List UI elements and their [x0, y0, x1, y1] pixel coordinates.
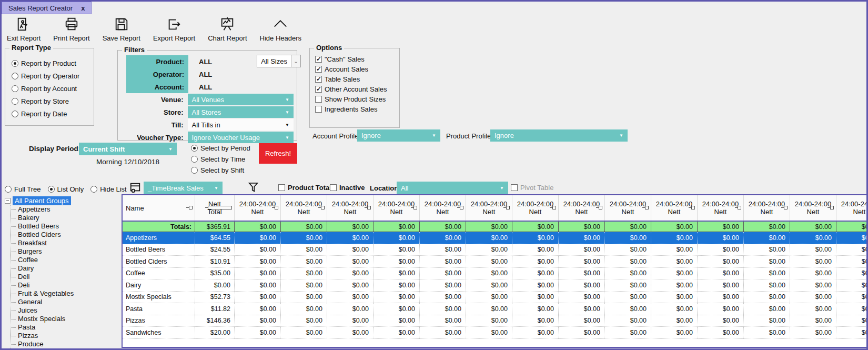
- table-row[interactable]: Coffee$35.00$0.00$0.00$0.00$0.00$0.00$0.…: [123, 268, 868, 280]
- row-period-cell[interactable]: $0.00: [651, 268, 698, 279]
- table-row[interactable]: Pizzas$146.36$0.00$0.00$0.00$0.00$0.00$0…: [123, 315, 868, 327]
- table-row[interactable]: Pasta$11.82$0.00$0.00$0.00$0.00$0.00$0.0…: [123, 303, 868, 315]
- row-period-cell[interactable]: $0.00: [836, 303, 868, 315]
- row-period-cell[interactable]: $0.00: [836, 315, 868, 327]
- row-nett-total-cell[interactable]: $0.00: [195, 279, 235, 291]
- pin-icon[interactable]: [208, 206, 232, 209]
- select-mode-select-by-period[interactable]: Select by Period: [191, 143, 250, 154]
- row-period-cell[interactable]: $0.00: [790, 244, 836, 256]
- column-header-period[interactable]: 24:00-24:00Nett: [466, 195, 512, 221]
- list-mode-list-only[interactable]: List Only: [48, 185, 84, 193]
- table-row[interactable]: Mostix Specials$52.73$0.00$0.00$0.00$0.0…: [123, 292, 868, 304]
- row-name-cell[interactable]: Bottled Ciders: [123, 256, 195, 267]
- row-period-cell[interactable]: $0.00: [605, 279, 651, 291]
- row-period-cell[interactable]: $0.00: [559, 327, 605, 338]
- row-period-cell[interactable]: $0.00: [744, 292, 790, 303]
- row-period-cell[interactable]: $0.00: [559, 303, 605, 315]
- column-header-period[interactable]: 24:00-24:00Nett: [559, 195, 605, 221]
- row-period-cell[interactable]: $0.00: [235, 256, 281, 267]
- row-period-cell[interactable]: $0.00: [836, 268, 868, 279]
- pin-icon[interactable]: [599, 206, 602, 209]
- row-period-cell[interactable]: $0.00: [281, 256, 327, 267]
- row-period-cell[interactable]: $0.00: [466, 303, 512, 315]
- tree-item[interactable]: Coffee: [11, 256, 110, 264]
- tree-item[interactable]: Pizzas: [11, 332, 110, 340]
- print-report-button[interactable]: Print Report: [52, 16, 90, 42]
- option-ingredients-sales[interactable]: Ingredients Sales: [315, 104, 387, 114]
- row-name-cell[interactable]: Bottled Beers: [123, 244, 195, 256]
- store-dropdown[interactable]: All Stores▼: [188, 106, 294, 118]
- row-period-cell[interactable]: $0.00: [744, 315, 790, 327]
- row-nett-total-cell[interactable]: $64.55: [195, 232, 235, 244]
- table-row[interactable]: Bottled Ciders$10.91$0.00$0.00$0.00$0.00…: [123, 256, 868, 268]
- row-period-cell[interactable]: $0.00: [744, 279, 790, 291]
- row-period-cell[interactable]: $0.00: [790, 303, 836, 315]
- option-table-sales[interactable]: Table Sales: [315, 74, 387, 84]
- table-row[interactable]: Sandwiches$20.00$0.00$0.00$0.00$0.00$0.0…: [123, 327, 868, 339]
- row-period-cell[interactable]: $0.00: [281, 315, 327, 327]
- row-period-cell[interactable]: $0.00: [698, 244, 744, 256]
- row-period-cell[interactable]: $0.00: [836, 327, 868, 338]
- row-period-cell[interactable]: $0.00: [559, 232, 605, 244]
- row-period-cell[interactable]: $0.00: [651, 292, 698, 303]
- row-period-cell[interactable]: $0.00: [605, 292, 651, 303]
- row-period-cell[interactable]: $0.00: [698, 232, 744, 244]
- column-header-period[interactable]: 24:00-24:00Nett: [281, 195, 327, 221]
- column-header-period[interactable]: 24:00-24:00Nett: [420, 195, 466, 221]
- row-period-cell[interactable]: $0.00: [559, 315, 605, 327]
- row-period-cell[interactable]: $0.00: [651, 315, 698, 327]
- row-period-cell[interactable]: $0.00: [698, 279, 744, 291]
- row-name-cell[interactable]: Dairy: [123, 279, 195, 291]
- row-period-cell[interactable]: $0.00: [420, 303, 466, 315]
- tree-root[interactable]: All Parent Groups: [5, 196, 110, 205]
- row-period-cell[interactable]: $0.00: [512, 244, 559, 256]
- filter-icon[interactable]: [248, 182, 259, 196]
- row-period-cell[interactable]: $0.00: [512, 256, 559, 267]
- row-period-cell[interactable]: $0.00: [790, 268, 836, 279]
- row-period-cell[interactable]: $0.00: [512, 303, 559, 315]
- row-period-cell[interactable]: $0.00: [790, 315, 836, 327]
- account-profile-dropdown[interactable]: Ignore▼: [357, 129, 440, 142]
- row-nett-total-cell[interactable]: $24.55: [195, 244, 235, 256]
- column-header-period[interactable]: 24:00-24:00Nett: [698, 195, 744, 221]
- option-other-account-sales[interactable]: Other Account Sales: [315, 84, 387, 94]
- row-period-cell[interactable]: $0.00: [420, 279, 466, 291]
- row-period-cell[interactable]: $0.00: [327, 279, 374, 291]
- tree-item[interactable]: Mostix Specials: [11, 315, 110, 323]
- row-period-cell[interactable]: $0.00: [235, 327, 281, 338]
- row-period-cell[interactable]: $0.00: [698, 292, 744, 303]
- tree-item[interactable]: General: [11, 298, 110, 306]
- row-period-cell[interactable]: $0.00: [651, 244, 698, 256]
- row-period-cell[interactable]: $0.00: [327, 303, 374, 315]
- row-period-cell[interactable]: $0.00: [327, 232, 374, 244]
- column-header-period[interactable]: 24:00-24:00Nett: [744, 195, 790, 221]
- row-period-cell[interactable]: $0.00: [651, 327, 698, 338]
- row-period-cell[interactable]: $0.00: [327, 244, 374, 256]
- row-period-cell[interactable]: $0.00: [744, 244, 790, 256]
- product-totals-checkbox[interactable]: Product Totals: [278, 184, 335, 192]
- row-period-cell[interactable]: $0.00: [374, 232, 420, 244]
- tree-item[interactable]: Deli: [11, 273, 110, 281]
- window-tab[interactable]: Sales Report Creator x: [2, 2, 92, 14]
- row-period-cell[interactable]: $0.00: [836, 279, 868, 291]
- row-name-cell[interactable]: Appetizers: [123, 232, 195, 244]
- row-name-cell[interactable]: Pizzas: [123, 315, 195, 327]
- list-mode-full-tree[interactable]: Full Tree: [5, 185, 41, 193]
- report-type-report-by-store[interactable]: Report by Store: [12, 95, 79, 107]
- hide-headers-button[interactable]: Hide Headers: [259, 16, 303, 42]
- row-period-cell[interactable]: $0.00: [327, 315, 374, 327]
- row-period-cell[interactable]: $0.00: [235, 279, 281, 291]
- tree-item[interactable]: Juices: [11, 306, 110, 315]
- sizes-combo[interactable]: All Sizes ⌄: [257, 55, 301, 67]
- refresh-button[interactable]: Refresh!: [259, 143, 297, 164]
- row-period-cell[interactable]: $0.00: [559, 292, 605, 303]
- row-name-cell[interactable]: Pasta: [123, 303, 195, 315]
- row-period-cell[interactable]: $0.00: [235, 303, 281, 315]
- row-period-cell[interactable]: $0.00: [374, 268, 420, 279]
- row-period-cell[interactable]: $0.00: [327, 327, 374, 338]
- row-period-cell[interactable]: $0.00: [790, 232, 836, 244]
- collapse-icon[interactable]: [5, 198, 11, 204]
- row-period-cell[interactable]: $0.00: [374, 327, 420, 338]
- row-period-cell[interactable]: $0.00: [466, 279, 512, 291]
- row-period-cell[interactable]: $0.00: [374, 292, 420, 303]
